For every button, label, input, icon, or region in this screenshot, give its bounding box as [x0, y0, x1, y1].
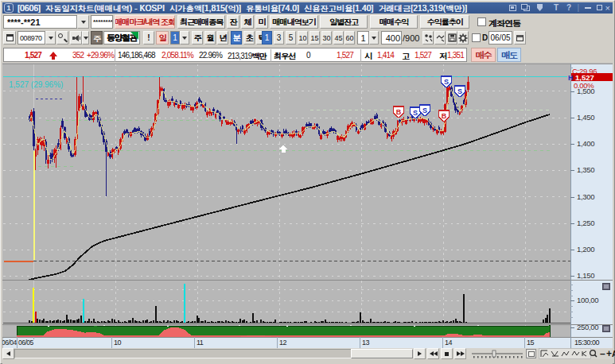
svg-text:15:30:00: 15:30:00 — [574, 339, 600, 347]
svg-text:12: 12 — [279, 339, 287, 347]
svg-text:B: B — [442, 112, 447, 120]
svg-text:1,400: 1,400 — [577, 139, 594, 148]
svg-text:S: S — [422, 106, 427, 114]
svg-text:S: S — [457, 87, 462, 95]
svg-text:1,527 (29.96%): 1,527 (29.96%) — [9, 80, 63, 89]
svg-text:14: 14 — [445, 339, 453, 347]
svg-text:250,00: 250,00 — [577, 323, 598, 331]
svg-text:S: S — [413, 109, 418, 117]
svg-text:06/05: 06/05 — [18, 339, 34, 347]
svg-text:10: 10 — [114, 339, 122, 347]
svg-text:13: 13 — [362, 339, 370, 347]
svg-text:100,00: 100,00 — [577, 296, 598, 304]
svg-text:1,300: 1,300 — [577, 192, 594, 201]
svg-text:06/04: 06/04 — [2, 339, 18, 347]
svg-text:11: 11 — [197, 339, 204, 347]
svg-text:1,450: 1,450 — [577, 113, 594, 122]
svg-text:B: B — [396, 108, 402, 116]
svg-text:1,527: 1,527 — [575, 73, 594, 82]
svg-text:S: S — [444, 78, 449, 86]
svg-text:1,200: 1,200 — [577, 245, 594, 254]
svg-text:H: H — [568, 74, 574, 82]
svg-text:1,250: 1,250 — [577, 219, 594, 227]
svg-text:1,350: 1,350 — [577, 165, 594, 174]
svg-text:1,150: 1,150 — [577, 271, 594, 280]
svg-text:15: 15 — [527, 339, 535, 347]
svg-text:0.00%: 0.00% — [574, 81, 594, 90]
